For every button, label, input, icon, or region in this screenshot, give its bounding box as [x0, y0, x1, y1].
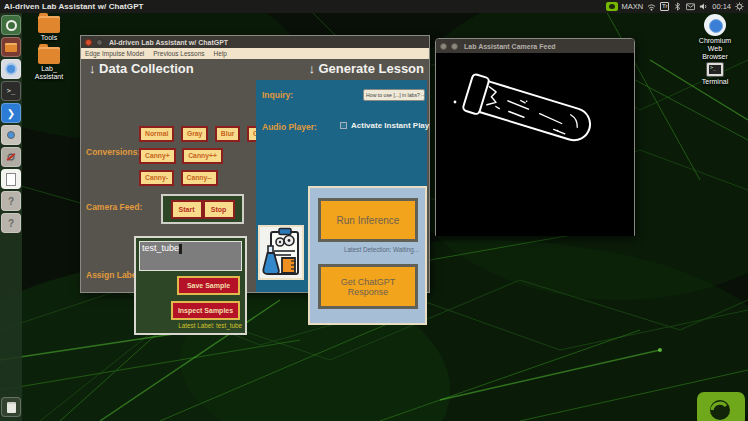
instant-play-checkbox[interactable]	[340, 122, 347, 129]
inquiry-dropdown[interactable]: How to use [...] in labs? →	[363, 89, 425, 101]
latest-label-status: Latest Label: test_tube	[178, 322, 242, 329]
camera-window-titlebar[interactable]: Lab Assistant Camera Feed	[436, 39, 634, 53]
dock-text-editor-icon[interactable]	[1, 169, 21, 189]
launcher-dock: >_ ❯ ⚙ ? ?	[0, 13, 22, 421]
label-input[interactable]: test_tube	[139, 241, 242, 271]
canny-plus-button[interactable]: Canny+	[139, 148, 176, 164]
start-button[interactable]: Start	[171, 200, 203, 219]
instant-play-row: Activate Instant Play	[340, 121, 429, 130]
inspect-samples-button[interactable]: Inspect Samples	[171, 301, 240, 320]
normal-button[interactable]: Normal	[139, 126, 174, 142]
desktop-folder-lab-assistant[interactable]: Lab_ Assistant	[34, 47, 64, 81]
window-titlebar[interactable]: AI-driven Lab Assistant w/ ChatGPT	[81, 36, 429, 48]
wifi-icon[interactable]	[647, 2, 656, 11]
audio-player-label: Audio Player:	[262, 122, 317, 132]
folder-icon	[38, 47, 60, 64]
dock-ubuntu-launcher-icon[interactable]	[1, 15, 21, 35]
inference-panel: Run Inference Latest Detection: Waiting.…	[308, 186, 427, 325]
clock[interactable]: 00:14	[712, 2, 731, 11]
get-chatgpt-response-button[interactable]: Get ChatGPT Response	[318, 264, 418, 309]
dock-vscode-icon[interactable]: ❯	[1, 103, 21, 123]
save-sample-button[interactable]: Save Sample	[177, 276, 240, 295]
mail-icon[interactable]	[686, 2, 695, 11]
generate-lesson-header: ↓ Generate Lesson	[308, 61, 424, 76]
menu-help[interactable]: Help	[214, 50, 227, 57]
dock-software-clipboard-icon[interactable]	[1, 125, 21, 145]
close-button[interactable]	[85, 39, 92, 46]
chromium-icon	[704, 14, 726, 36]
lab-assistant-window: AI-driven Lab Assistant w/ ChatGPT Edge …	[80, 35, 430, 293]
minimize-button[interactable]	[96, 39, 103, 46]
minimize-button[interactable]	[451, 43, 458, 50]
generate-lesson-pane: Inquiry: How to use [...] in labs? → Aud…	[256, 80, 427, 292]
desktop-terminal-shortcut[interactable]: >_ Terminal	[694, 62, 736, 86]
menu-previous-lessons[interactable]: Previous Lessons	[153, 50, 204, 57]
conversions-label: Conversions:	[86, 147, 140, 157]
dock-unknown-app-icon[interactable]: ?	[1, 191, 21, 211]
blur-button[interactable]: Blur	[215, 126, 241, 142]
desktop-folder-tools[interactable]: Tools	[34, 16, 64, 42]
gray-button[interactable]: Gray	[181, 126, 209, 142]
active-window-title: AI-driven Lab Assistant w/ ChatGPT	[4, 2, 144, 11]
camera-feed-label: Camera Feed:	[86, 202, 142, 212]
run-inference-button[interactable]: Run Inference	[318, 198, 418, 242]
session-gear-icon[interactable]	[735, 2, 744, 11]
camera-feed-window: Lab Assistant Camera Feed	[435, 38, 635, 236]
camera-feed-controls: Start Stop	[161, 194, 244, 224]
text-cursor	[179, 244, 182, 254]
nvidia-indicator-icon[interactable]	[606, 2, 618, 11]
edge-detected-test-tube	[436, 53, 634, 236]
inquiry-label: Inquiry:	[262, 90, 293, 100]
volume-icon[interactable]	[699, 2, 708, 11]
window-title: AI-driven Lab Assistant w/ ChatGPT	[109, 39, 228, 46]
camera-feed-view	[436, 53, 634, 236]
desktop-chromium-shortcut[interactable]: Chromium Web Browser	[694, 14, 736, 61]
keyboard-layout-indicator[interactable]: Tr	[660, 2, 669, 11]
instant-play-label: Activate Instant Play	[351, 121, 429, 130]
section-headers: ↓ Data Collection ↓ Generate Lesson	[81, 59, 429, 80]
menu-bar: Edge Impulse Model Previous Lessons Help	[81, 48, 429, 59]
performance-mode[interactable]: MAXN	[622, 2, 644, 11]
folder-icon	[38, 16, 60, 33]
dock-chromium-icon[interactable]	[1, 59, 21, 79]
data-collection-header: ↓ Data Collection	[89, 61, 194, 76]
conversion-row-3: Canny- Canny--	[139, 166, 220, 186]
stop-button[interactable]: Stop	[203, 200, 235, 219]
system-top-bar: AI-driven Lab Assistant w/ ChatGPT MAXN …	[0, 0, 748, 13]
dock-settings-gear-icon[interactable]: ⚙	[1, 147, 21, 167]
dock-files-icon[interactable]	[1, 37, 21, 57]
lab-science-icon	[258, 225, 304, 280]
canny-plus-plus-button[interactable]: Canny++	[182, 148, 223, 164]
terminal-icon: >_	[706, 62, 724, 77]
bluetooth-icon[interactable]	[673, 2, 682, 11]
dock-unknown-app-icon[interactable]: ?	[1, 213, 21, 233]
data-collection-pane: Conversions: Normal Gray Blur Canny Cann…	[81, 80, 256, 292]
latest-detection-status: Latest Detection: Waiting...	[344, 246, 419, 253]
assign-label-frame: test_tube Save Sample Inspect Samples La…	[134, 236, 247, 335]
camera-window-title: Lab Assistant Camera Feed	[464, 43, 556, 50]
dock-terminal-icon[interactable]: >_	[1, 81, 21, 101]
close-button[interactable]	[440, 43, 447, 50]
dock-trash-icon[interactable]	[1, 397, 21, 417]
conversion-row-2: Canny+ Canny++	[139, 144, 225, 164]
canny-minus-minus-button[interactable]: Canny--	[181, 170, 218, 186]
nvidia-logo	[697, 392, 745, 421]
dropdown-arrow-icon: →	[420, 92, 426, 98]
canny-minus-button[interactable]: Canny-	[139, 170, 174, 186]
menu-edge-impulse-model[interactable]: Edge Impulse Model	[85, 50, 144, 57]
